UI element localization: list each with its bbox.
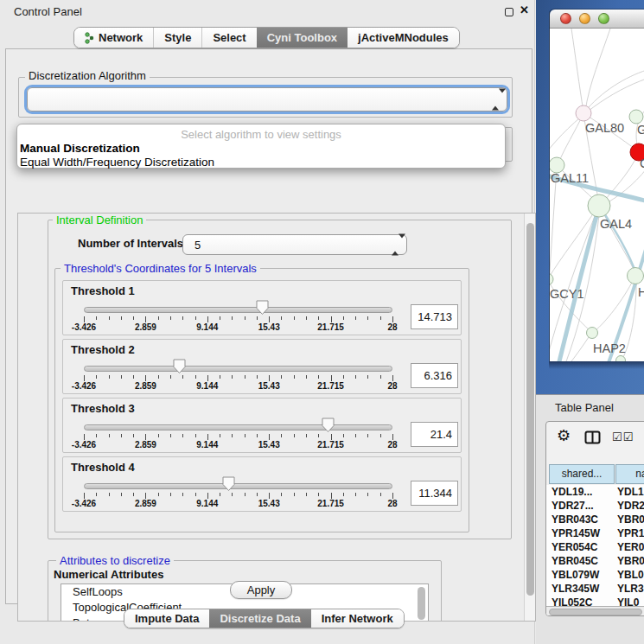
table-panel-section: Table Panel ⚙ ☑☑ shared...na YDL19...YDL… bbox=[536, 394, 644, 644]
slider-tick bbox=[343, 316, 344, 320]
zoom-traffic-light-icon[interactable] bbox=[598, 13, 609, 24]
slider-tick bbox=[392, 375, 393, 381]
slider-tick bbox=[367, 434, 368, 437]
network-edge bbox=[585, 29, 610, 112]
tab-select[interactable]: Select bbox=[201, 28, 256, 48]
table-row[interactable]: YER054CYER0 bbox=[546, 540, 644, 554]
slider-tick bbox=[207, 375, 208, 381]
table-row[interactable]: YDL19...YDL1 bbox=[546, 485, 644, 499]
slider-scale-label: 15.43 bbox=[247, 322, 290, 332]
slider-scale-label: 15.43 bbox=[247, 381, 290, 391]
dropdown-option[interactable]: Manual Discretization bbox=[17, 142, 505, 156]
threshold-label: Threshold 2 bbox=[71, 343, 135, 356]
slider-thumb[interactable] bbox=[256, 300, 269, 319]
horizontal-scrollbar-thumb[interactable] bbox=[549, 609, 642, 615]
close-traffic-light-icon[interactable] bbox=[560, 13, 571, 24]
dropdown-prompt: Select algorithm to view settings bbox=[17, 127, 505, 142]
table-row[interactable]: YBR045CYBR0 bbox=[546, 554, 644, 568]
slider-tick bbox=[380, 493, 381, 496]
network-canvas[interactable]: GAL80GACGAL11GAL4GCY1HHAP2 bbox=[550, 29, 644, 361]
GAL4-node[interactable] bbox=[588, 194, 610, 217]
top-right-node[interactable] bbox=[629, 110, 643, 124]
minimize-traffic-light-icon[interactable] bbox=[579, 13, 590, 24]
cell-name: YBR0 bbox=[617, 555, 644, 567]
table-row[interactable]: YBR043CYBR0 bbox=[546, 513, 644, 526]
slider-tick bbox=[232, 434, 233, 437]
tab-network[interactable]: Network bbox=[74, 28, 153, 48]
slider-tick bbox=[306, 316, 307, 320]
threshold-value-field[interactable]: 11.344 bbox=[411, 481, 458, 506]
threshold-value-field[interactable]: 21.4 bbox=[411, 422, 458, 447]
slider-tick bbox=[318, 375, 319, 379]
slider-tick bbox=[133, 375, 134, 379]
number-of-intervals-combobox[interactable]: 5 bbox=[182, 234, 407, 255]
tab-label: Network bbox=[99, 31, 143, 44]
slider-tick bbox=[220, 316, 220, 320]
horizontal-scrollbar-track[interactable] bbox=[546, 606, 644, 616]
slider-tick bbox=[121, 493, 122, 496]
slider-scale-label: 21.715 bbox=[309, 499, 353, 508]
slider-tick bbox=[109, 434, 110, 437]
dropdown-option[interactable]: Equal Width/Frequency Discretization bbox=[17, 156, 505, 169]
split-view-icon[interactable] bbox=[584, 430, 601, 448]
slider-tick bbox=[195, 434, 196, 437]
column-checkbox-icons[interactable]: ☑☑ bbox=[612, 430, 634, 443]
vertical-scrollbar-thumb[interactable] bbox=[526, 223, 534, 596]
threshold-value-field[interactable]: 14.713 bbox=[411, 304, 458, 329]
slider-thumb[interactable] bbox=[173, 359, 186, 378]
slider-tick bbox=[318, 493, 319, 496]
float-window-icon[interactable] bbox=[505, 8, 513, 16]
vertical-scrollbar-track[interactable] bbox=[524, 214, 536, 622]
table-row[interactable]: YPR145WYPR1 bbox=[546, 526, 644, 540]
slider-track[interactable] bbox=[84, 366, 392, 372]
slider-scale-label: 9.144 bbox=[186, 499, 229, 508]
network-view-window: GAL80GACGAL11GAL4GCY1HHAP2 bbox=[549, 9, 644, 361]
GAL80-node[interactable] bbox=[576, 105, 591, 121]
tab-style[interactable]: Style bbox=[153, 28, 201, 48]
slider-track[interactable] bbox=[84, 483, 392, 489]
slider-thumb[interactable] bbox=[222, 476, 235, 495]
tab-jactivemnodules[interactable]: jActiveMNodules bbox=[348, 28, 459, 48]
slider-scale-label: -3.426 bbox=[62, 440, 105, 450]
slider-scale-label: 21.715 bbox=[309, 381, 353, 391]
tab-impute-data[interactable]: Impute Data bbox=[124, 609, 209, 628]
tab-infer-network[interactable]: Infer Network bbox=[311, 609, 404, 628]
slider-track[interactable] bbox=[84, 424, 392, 430]
cell-name: YER0 bbox=[617, 541, 644, 553]
slider-tick bbox=[245, 375, 245, 379]
apply-button[interactable]: Apply bbox=[230, 581, 292, 599]
slider-tick bbox=[281, 493, 282, 496]
tab-label: Infer Network bbox=[322, 612, 393, 625]
table-row[interactable]: YDR27...YDR2 bbox=[546, 499, 644, 513]
slider-scale-label: 28 bbox=[371, 322, 414, 332]
close-icon[interactable]: ✕ bbox=[520, 3, 529, 16]
column-header[interactable]: shared... bbox=[549, 464, 615, 484]
node-label: C bbox=[640, 156, 644, 170]
combo-stepper-icon bbox=[492, 93, 499, 106]
threshold-value-field[interactable]: 6.316 bbox=[411, 363, 458, 388]
slider-tick bbox=[257, 375, 258, 379]
threshold-panel: Threshold 4-3.4262.8599.14415.4321.71528… bbox=[62, 456, 462, 512]
column-header[interactable]: na bbox=[615, 464, 644, 484]
network-window-titlebar[interactable] bbox=[550, 10, 644, 29]
GCY1-node[interactable] bbox=[550, 273, 553, 285]
algorithm-combobox[interactable] bbox=[27, 87, 507, 112]
tab-label: Select bbox=[213, 31, 245, 44]
slider-track[interactable] bbox=[84, 307, 392, 313]
desktop-background: GAL80GACGAL11GAL4GCY1HHAP2 bbox=[536, 0, 644, 394]
settings-gear-icon[interactable]: ⚙ bbox=[557, 428, 571, 443]
slider-tick bbox=[170, 493, 171, 496]
table-row[interactable]: YLR345WYLR3 bbox=[546, 582, 644, 596]
threshold-panel: Threshold 2-3.4262.8599.14415.4321.71528… bbox=[62, 339, 462, 394]
tab-cyni-toolbox[interactable]: Cyni Toolbox bbox=[257, 28, 348, 48]
slider-thumb[interactable] bbox=[322, 418, 335, 437]
slider-tick bbox=[96, 375, 97, 379]
H-node[interactable] bbox=[628, 268, 644, 284]
slider-scale-label: 2.859 bbox=[124, 440, 167, 450]
slider-tick bbox=[245, 493, 245, 496]
HAP2-node[interactable] bbox=[587, 328, 598, 339]
list-scrollbar[interactable] bbox=[418, 587, 425, 620]
table-row[interactable]: YBL079WYBL0 bbox=[546, 568, 644, 582]
tab-discretize-data[interactable]: Discretize Data bbox=[209, 609, 310, 628]
slider-tick bbox=[281, 375, 282, 379]
